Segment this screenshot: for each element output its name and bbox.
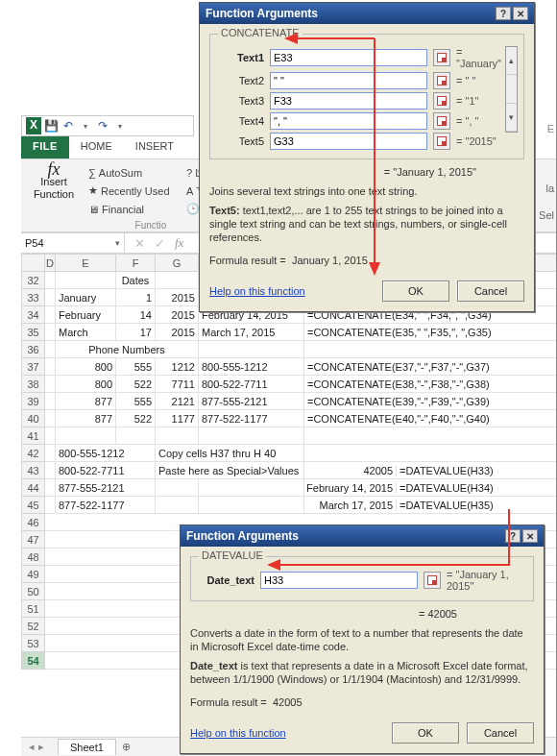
fx-bar-icon[interactable]: fx [175,235,183,251]
concat-args-frame: CONCATENATE Text1 = "January" Text2= " "… [209,34,524,159]
save-icon[interactable]: 💾 [43,118,59,134]
tab-home[interactable]: HOME [69,136,124,159]
arg-input-text3[interactable] [270,92,427,110]
arg-input-text5[interactable] [270,133,427,150]
col-G: G [156,255,199,272]
ribbon-trailing: E [547,123,554,134]
ribbon-fragment-sel: Sel [539,209,554,221]
refedit-icon[interactable] [424,572,441,589]
arg-label: Date_text [197,574,254,586]
row-44: 44877-555-2121February 14, 2015=DATEVALU… [22,479,558,497]
sigma-icon: ∑ [88,167,96,179]
undo-dropdown-icon[interactable]: ▾ [78,118,93,134]
clock-icon: 🕒 [186,203,200,215]
ok-button[interactable]: OK [382,280,449,302]
row-35: 35March172015March 17, 2015=CONCATENATE(… [22,324,558,341]
function-name-label: CONCATENATE [218,27,303,38]
arg-input-text1[interactable] [270,49,427,66]
args-scrollbar[interactable]: ▴▾ [505,46,518,133]
row-45: 45877-522-1177March 17, 2015=DATEVALUE(H… [22,497,558,514]
star-icon: ★ [88,184,98,197]
row-37: 378005551212800-555-1212=CONCATENATE(E37… [22,358,558,376]
fx-icon: fx [27,163,81,176]
arg-label: Text1 [216,52,264,63]
formula-result: Formula result = January 1, 2015 [209,254,524,267]
arg-result: = "January 1, 2015" [447,569,527,592]
overall-result: = 42005 [190,607,534,621]
row-36: 36Phone Numbers [22,341,558,358]
function-arguments-dialog-concat: Function Arguments?✕ CONCATENATE Text1 =… [199,2,535,312]
dialog-titlebar[interactable]: Function Arguments ?✕ [181,525,544,547]
sheet-tab-sheet1[interactable]: Sheet1 [58,739,116,755]
arg-result: = "January" [456,46,501,69]
arg-input-text2[interactable] [270,72,427,89]
insert-function-label-2: Function [27,188,81,201]
name-box-value: P54 [25,237,44,249]
overall-result: = "January 1, 2015" [209,165,524,179]
text-icon: A [186,185,193,197]
function-description: Converts a date in the form of text to a… [190,626,534,653]
function-arguments-dialog-datevalue: Function Arguments ?✕ DATEVALUE Date_tex… [180,524,545,754]
cancel-button[interactable]: Cancel [457,280,524,302]
function-library-group-label: Functio [88,220,213,231]
money-icon: 🖥 [88,204,99,215]
logical-icon: ? [186,167,192,179]
autosum-label: AutoSum [99,167,142,179]
qat-customize-icon[interactable]: ▾ [112,118,128,134]
arg-row-text1: Text1 = "January" [216,46,501,69]
datevalue-args-frame: DATEVALUE Date_text = "January 1, 2015" [190,556,534,601]
insert-function-label-1: Insert [27,176,81,188]
insert-function-button[interactable]: fx Insert Function [27,163,81,201]
dialog-title: Function Arguments [206,7,318,20]
col-E: E [56,255,116,272]
tab-file[interactable]: FILE [21,136,69,159]
refedit-icon[interactable] [433,49,450,66]
arg-description: Date_text is text that represents a date… [190,659,534,686]
undo-icon[interactable]: ↶ [61,118,76,134]
col-D: D [45,255,56,272]
arg-description: Text5: text1,text2,... are 1 to 255 text… [209,204,524,244]
dialog-title: Function Arguments [186,529,299,543]
recently-used-label: Recently Used [101,185,170,197]
refedit-icon[interactable] [433,72,450,89]
refedit-icon[interactable] [433,92,450,110]
ok-button[interactable]: OK [392,722,459,744]
row-41: 41 [22,427,558,445]
function-description: Joins several text strings into one text… [209,184,524,198]
excel-app-icon [26,118,41,134]
tab-insert[interactable]: INSERT [124,136,185,159]
row-40: 408775221177877-522-1177=CONCATENATE(E40… [22,410,558,427]
redo-icon[interactable]: ↷ [95,118,110,134]
chevron-down-icon[interactable]: ▾ [115,238,120,248]
row-38: 388005227711800-522-7711=CONCATENATE(E38… [22,376,558,393]
refedit-icon[interactable] [433,133,450,150]
formula-result: Formula result = 42005 [190,695,534,709]
function-name-label: DATEVALUE [199,549,266,561]
help-link[interactable]: Help on this function [209,285,305,297]
row-42: 42800-555-1212Copy cells H37 thru H 40 [22,445,558,462]
help-link[interactable]: Help on this function [190,727,286,739]
close-icon[interactable]: ✕ [522,529,538,543]
quick-access-toolbar: 💾 ↶ ▾ ↷ ▾ [21,115,194,136]
sheet-nav-arrows[interactable]: ◂▸ [21,741,52,753]
name-box[interactable]: P54 ▾ [21,233,125,253]
help-icon[interactable]: ? [496,7,511,20]
row-39: 398775552121877-555-2121=CONCATENATE(E39… [22,393,558,410]
cancel-edit-icon: ✕ [134,236,145,251]
financial-label: Financial [102,204,144,215]
enter-edit-icon: ✓ [155,236,165,251]
refedit-icon[interactable] [433,112,450,130]
arg-input-text4[interactable] [270,112,427,130]
row-43: 43800-522-7711Paste here as Special>Valu… [22,462,558,479]
dialog-titlebar[interactable]: Function Arguments?✕ [200,3,534,24]
close-icon[interactable]: ✕ [513,7,528,20]
cancel-button[interactable]: Cancel [467,722,534,744]
arg-input-datetext[interactable] [260,572,418,589]
ribbon-fragment-la: la [545,183,554,194]
col-F: F [116,255,156,272]
add-sheet-icon[interactable]: ⊕ [122,741,131,753]
help-icon[interactable]: ? [505,529,521,543]
